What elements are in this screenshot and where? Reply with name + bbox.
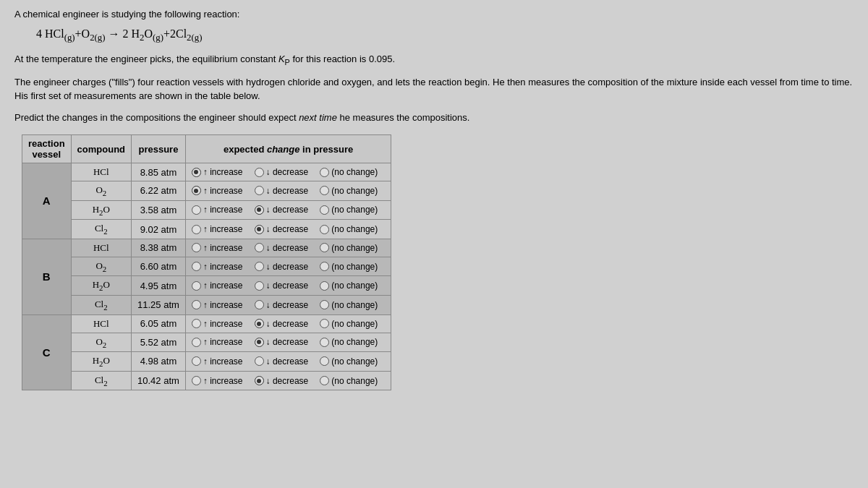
radio-nochange[interactable] [320,376,329,385]
nochange-option[interactable]: (no change) [320,337,378,347]
radio-decrease[interactable] [255,300,264,309]
radio-cell: ↑ increase ↓ decrease (no change) [185,352,391,372]
compound-cell: HCl [71,163,131,181]
radio-increase[interactable] [192,281,201,291]
decrease-option[interactable]: ↓ decrease [255,243,309,253]
radio-nochange[interactable] [320,225,329,234]
radio-increase[interactable] [192,300,201,309]
radio-increase[interactable] [192,225,201,234]
radio-nochange[interactable] [320,319,329,328]
radio-decrease[interactable] [255,168,264,177]
compound-cell: H2O [71,352,131,372]
radio-nochange[interactable] [320,243,329,252]
col-header-compound: compound [71,135,131,163]
increase-option[interactable]: ↑ increase [192,319,243,329]
pressure-cell: 3.58 atm [132,200,186,220]
increase-option[interactable]: ↑ increase [192,243,243,253]
table-row: O2 5.52 atm ↑ increase ↓ decrease (no ch… [22,333,391,352]
decrease-option[interactable]: ↓ decrease [255,186,309,196]
increase-option[interactable]: ↑ increase [192,281,243,291]
decrease-option[interactable]: ↓ decrease [255,356,309,367]
nochange-option[interactable]: (no change) [320,167,378,177]
compound-cell: O2 [71,333,131,352]
radio-nochange[interactable] [320,300,329,309]
table-row: Cl2 10.42 atm ↑ increase ↓ decrease (no … [22,371,391,390]
nochange-option[interactable]: (no change) [320,262,378,272]
nochange-option[interactable]: (no change) [320,205,378,215]
decrease-option[interactable]: ↓ decrease [255,167,309,177]
increase-option[interactable]: ↑ increase [192,186,243,196]
nochange-option[interactable]: (no change) [320,356,378,367]
data-table: reactionvessel compound pressure expecte… [22,134,391,390]
radio-increase[interactable] [192,319,201,328]
radio-nochange[interactable] [320,186,329,195]
radio-increase[interactable] [192,356,201,366]
radio-decrease[interactable] [255,281,264,291]
decrease-option[interactable]: ↓ decrease [255,319,309,329]
pressure-cell: 6.05 atm [132,314,186,333]
pressure-cell: 4.95 atm [132,276,186,296]
decrease-option[interactable]: ↓ decrease [255,205,309,215]
radio-decrease[interactable] [255,319,264,328]
radio-cell: ↑ increase ↓ decrease (no change) [185,181,391,201]
increase-option[interactable]: ↑ increase [192,376,243,386]
radio-decrease[interactable] [255,376,264,385]
radio-nochange[interactable] [320,205,329,215]
col-header-vessel: reactionvessel [22,135,72,163]
radio-increase[interactable] [192,262,201,271]
pressure-cell: 9.02 atm [132,220,186,239]
radio-nochange[interactable] [320,281,329,291]
increase-option[interactable]: ↑ increase [192,205,243,215]
radio-decrease[interactable] [255,338,264,347]
increase-option[interactable]: ↑ increase [192,356,243,367]
decrease-option[interactable]: ↓ decrease [255,376,309,386]
radio-nochange[interactable] [320,262,329,271]
increase-option[interactable]: ↑ increase [192,167,243,177]
radio-cell: ↑ increase ↓ decrease (no change) [185,200,391,220]
table-row: A HCl 8.85 atm ↑ increase ↓ decrease (no… [22,163,391,181]
decrease-option[interactable]: ↓ decrease [255,300,309,310]
increase-option[interactable]: ↑ increase [192,224,243,234]
radio-increase[interactable] [192,186,201,195]
compound-cell: Cl2 [71,371,131,390]
decrease-option[interactable]: ↓ decrease [255,262,309,272]
radio-nochange[interactable] [320,168,329,177]
radio-increase[interactable] [192,338,201,347]
compound-cell: HCl [71,239,131,257]
nochange-option[interactable]: (no change) [320,224,378,234]
radio-nochange[interactable] [320,338,329,347]
radio-decrease[interactable] [255,186,264,195]
compound-cell: HCl [71,314,131,333]
radio-decrease[interactable] [255,205,264,215]
vessel-label-c: C [22,314,72,390]
radio-decrease[interactable] [255,356,264,366]
predict-paragraph: Predict the changes in the compositions … [14,111,854,125]
radio-nochange[interactable] [320,356,329,366]
increase-option[interactable]: ↑ increase [192,337,243,347]
increase-option[interactable]: ↑ increase [192,300,243,310]
nochange-option[interactable]: (no change) [320,243,378,253]
intro-line1: A chemical engineer is studying the foll… [14,7,854,22]
nochange-option[interactable]: (no change) [320,376,378,386]
kp-paragraph: At the temperature the engineer picks, t… [14,52,854,68]
radio-increase[interactable] [192,376,201,385]
decrease-option[interactable]: ↓ decrease [255,337,309,347]
nochange-option[interactable]: (no change) [320,300,378,310]
radio-increase[interactable] [192,243,201,252]
nochange-option[interactable]: (no change) [320,186,378,196]
radio-decrease[interactable] [255,243,264,252]
radio-decrease[interactable] [255,225,264,234]
increase-option[interactable]: ↑ increase [192,262,243,272]
radio-increase[interactable] [192,168,201,177]
decrease-option[interactable]: ↓ decrease [255,224,309,234]
decrease-option[interactable]: ↓ decrease [255,281,309,291]
vessel-label-b: B [22,239,72,314]
table-row: Cl2 11.25 atm ↑ increase ↓ decrease (no … [22,295,391,314]
nochange-option[interactable]: (no change) [320,281,378,291]
radio-decrease[interactable] [255,262,264,271]
nochange-option[interactable]: (no change) [320,319,378,329]
table-row: O2 6.22 atm ↑ increase ↓ decrease (no ch… [22,181,391,201]
radio-cell: ↑ increase ↓ decrease (no change) [185,257,391,276]
reaction-equation: 4 HCl(g)+O2(g) → 2 H2O(g)+2Cl2(g) [36,27,854,43]
radio-increase[interactable] [192,205,201,215]
